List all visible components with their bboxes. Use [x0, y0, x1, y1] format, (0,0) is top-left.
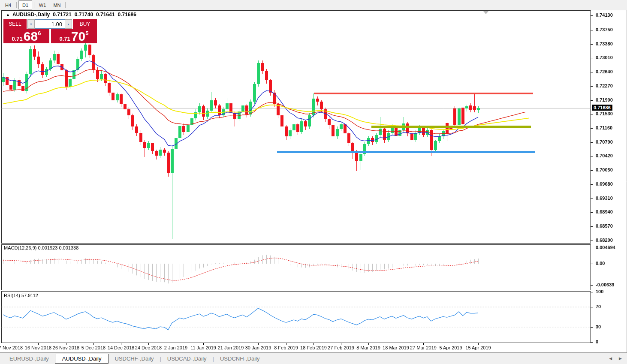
date-axis-label: 26 Nov 2018 [53, 345, 79, 350]
one-click-trading-panel: SELL ▼ ▲ BUY 0.71 68 6 0.71 70 5 [3, 19, 97, 43]
price-axis-label: 0.72270 [596, 83, 613, 88]
price-axis-label: 0.70050 [596, 167, 613, 172]
price-axis-label: 0.71530 [596, 111, 613, 116]
buy-button[interactable]: BUY [73, 19, 97, 29]
sell-price-pip: 6 [38, 30, 41, 36]
date-axis-label: 5 Apr 2019 [439, 345, 462, 350]
tab-usdcad[interactable]: USDCAD-,Daily [161, 354, 213, 363]
date-axis-label: 8 Mar 2019 [356, 345, 380, 350]
price-axis-label: 0.70790 [596, 139, 613, 144]
date-axis-label: 5 Dec 2018 [81, 345, 106, 350]
price-axis-label: 0.69680 [596, 181, 613, 187]
buy-price-prefix: 0.71 [60, 36, 70, 42]
rsi-axis-label: 0 [596, 339, 598, 344]
price-axis-label: 0.68570 [596, 223, 613, 229]
price-axis-label: 0.69310 [596, 196, 613, 201]
timeframe-toolbar: H4D1W1MN [0, 0, 627, 10]
date-axis-label: 30 Jan 2019 [245, 345, 271, 350]
date-axis-label: 21 Jan 2019 [218, 345, 244, 350]
tab-audusd[interactable]: AUDUSD-,Daily [55, 354, 109, 364]
tab-scroll-controls: ◀ ▶ [609, 356, 622, 361]
timeframe-button-w1[interactable]: W1 [36, 1, 49, 9]
tab-scroll-left-button[interactable]: ◀ [609, 356, 612, 361]
rsi-axis-label: 100 [596, 289, 603, 294]
date-axis-label: 27 Mar 2019 [410, 345, 437, 350]
price-axis-label: 0.73010 [596, 55, 613, 60]
toolbar-separator [16, 2, 17, 8]
sell-price-button[interactable]: 0.71 68 6 [3, 29, 49, 43]
date-axis-label: 8 Feb 2019 [274, 345, 298, 350]
date-axis-label: 18 Mar 2019 [383, 345, 409, 350]
date-axis-label: 18 Feb 2019 [300, 345, 327, 350]
tab-usdchf[interactable]: USDCHF-,Daily [109, 354, 160, 363]
tab-usdcnh[interactable]: USDCNH-,Daily [214, 354, 265, 363]
macd-axis-label: 0.004694 [596, 245, 615, 250]
volume-stepper: ▼ ▲ [27, 19, 72, 29]
price-axis-label: 0.71900 [596, 97, 613, 102]
collapse-panel-icon[interactable]: ▲ [6, 12, 10, 17]
buy-price-pip: 5 [85, 30, 88, 36]
date-axis-label: 16 Nov 2018 [25, 345, 51, 350]
rsi-indicator-label: RSI(14) 57.9112 [4, 293, 38, 298]
chart-canvas[interactable] [0, 0, 627, 364]
timeframe-button-h4[interactable]: H4 [2, 1, 15, 9]
ohlc-open: 0.71721 [53, 12, 71, 18]
price-axis-label: 0.73750 [596, 27, 613, 32]
toolbar-separator [34, 2, 34, 8]
rsi-axis-label: 30 [596, 324, 601, 329]
chart-title: ▲ AUDUSD-,Daily 0.71721 0.71740 0.71641 … [6, 12, 136, 18]
tab-eurusd[interactable]: EURUSD-,Daily [3, 354, 55, 363]
buy-price-button[interactable]: 0.71 70 5 [51, 29, 97, 43]
chart-tab-bar: EURUSD-,DailyAUDUSD-,DailyUSDCHF-,Daily|… [0, 352, 627, 364]
price-axis-label: 0.68940 [596, 209, 613, 214]
current-price-tag: 0.71686 [592, 105, 612, 111]
timeframe-button-mn[interactable]: MN [51, 1, 63, 9]
date-axis-label: 24 Dec 2018 [135, 345, 162, 350]
date-axis-label: 15 Apr 2019 [465, 345, 491, 350]
price-axis-label: 0.71160 [596, 125, 612, 130]
ohlc-close: 0.71686 [118, 12, 136, 18]
trading-platform-window: H4D1W1MN ▲ AUDUSD-,Daily 0.71721 0.71740… [0, 0, 627, 364]
date-axis-label: 27 Feb 2019 [328, 345, 354, 350]
date-axis-label: 7 Nov 2018 [0, 345, 23, 350]
toolbar-separator [65, 2, 66, 8]
macd-axis-label: -0.00639 [596, 282, 614, 287]
price-axis-label: 0.72640 [596, 69, 613, 74]
volume-decrease-button[interactable]: ▼ [27, 19, 35, 29]
price-axis-label: 0.74130 [596, 12, 613, 18]
tab-scroll-right-button[interactable]: ▶ [619, 356, 622, 361]
buy-price-big: 70 [71, 29, 85, 43]
ohlc-high: 0.71740 [75, 12, 93, 18]
price-axis-label: 0.73380 [596, 41, 613, 46]
price-axis-label: 0.70420 [596, 153, 613, 158]
date-axis-label: 14 Dec 2018 [108, 345, 134, 350]
sell-button[interactable]: SELL [3, 19, 27, 29]
volume-increase-button[interactable]: ▲ [65, 19, 72, 29]
rsi-axis-label: 70 [596, 304, 601, 309]
date-axis-label: 2 Jan 2019 [164, 345, 187, 350]
price-axis-label: 0.68200 [596, 238, 613, 243]
symbol-label: AUDUSD-,Daily [12, 12, 50, 18]
sell-price-prefix: 0.71 [12, 36, 23, 42]
macd-indicator-label: MACD(12,26,9) 0.001923 0.001338 [4, 245, 78, 250]
ohlc-low: 0.71641 [96, 12, 115, 18]
volume-input[interactable] [35, 19, 65, 29]
sell-price-big: 68 [24, 29, 38, 43]
date-axis-label: 11 Jan 2019 [190, 345, 216, 350]
macd-axis-label: 0.00 [596, 261, 605, 266]
timeframe-button-d1[interactable]: D1 [18, 0, 32, 9]
